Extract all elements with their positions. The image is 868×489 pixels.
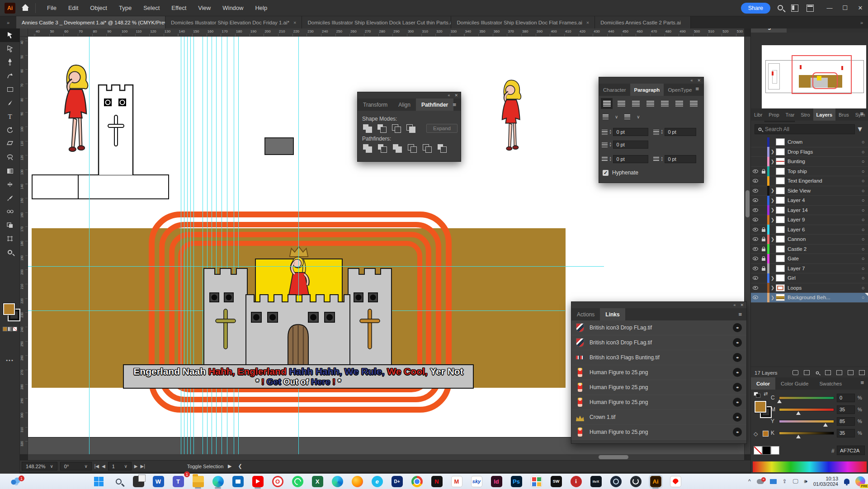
layer-name[interactable]: Castle 2: [788, 246, 858, 252]
layer-visibility-toggle[interactable]: [751, 237, 760, 241]
illustrator-logo-icon[interactable]: Ai: [5, 3, 15, 14]
taskbar-app-icon[interactable]: Ai: [646, 474, 665, 489]
rectangle-tool[interactable]: [0, 83, 20, 96]
color-spectrum-bar[interactable]: [753, 461, 867, 472]
black-swatch[interactable]: [762, 446, 771, 455]
platform-outline[interactable]: [32, 174, 169, 199]
layer-name[interactable]: Layer 9: [788, 217, 858, 222]
taskbar-app-icon[interactable]: [665, 474, 685, 489]
panel-menu-icon[interactable]: ≡: [453, 101, 460, 108]
panel-tab[interactable]: Stro: [797, 108, 813, 121]
layer-target-circle[interactable]: ○: [858, 159, 868, 164]
gradient-icon[interactable]: [8, 327, 12, 331]
none-icon[interactable]: [13, 327, 17, 331]
layer-expand-icon[interactable]: ❯: [769, 295, 776, 300]
panel-tab[interactable]: Color: [751, 377, 775, 390]
panel-tab[interactable]: Color Guide: [775, 377, 814, 390]
link-row[interactable]: British icon3 Flags Bunting.tif ⚭: [571, 350, 746, 365]
layer-row[interactable]: ❯ Background Beh... ○: [751, 293, 868, 303]
trim-icon[interactable]: [377, 144, 388, 153]
stepper[interactable]: ∧∨: [661, 130, 663, 134]
panel-tab[interactable]: Trar: [783, 108, 798, 121]
layer-thumbnail[interactable]: [776, 274, 785, 282]
navigator-preview[interactable]: [762, 45, 866, 109]
layer-visibility-toggle[interactable]: [751, 296, 760, 299]
panel-tab[interactable]: Align: [393, 99, 416, 111]
layers-search-input[interactable]: Search All: [755, 124, 855, 134]
tray-expand-icon[interactable]: ^: [748, 478, 751, 484]
release-mask-icon[interactable]: [804, 370, 810, 375]
layer-expand-icon[interactable]: ❯: [769, 207, 776, 212]
horizontal-ruler[interactable]: 4050607080901001101201301401501601701801…: [28, 28, 744, 37]
collapse-panel-icon[interactable]: «: [690, 78, 693, 83]
layer-target-circle[interactable]: ○: [858, 295, 868, 300]
panel-tab[interactable]: Prop: [765, 108, 782, 121]
pen-tool[interactable]: [0, 56, 20, 69]
status-expand-icon[interactable]: ▶: [228, 463, 231, 469]
guide-vertical[interactable]: [216, 37, 217, 454]
tab-close-icon[interactable]: ×: [586, 20, 589, 25]
merge-icon[interactable]: [392, 144, 403, 153]
next-artboard-icon[interactable]: ▶: [134, 464, 138, 469]
panel-tab[interactable]: Links: [600, 308, 625, 320]
prev-artboard-icon[interactable]: ◀: [102, 464, 105, 469]
chevron-down-icon[interactable]: ∨: [637, 114, 640, 119]
taskbar-app-icon[interactable]: N: [427, 474, 447, 489]
slider-thumb[interactable]: [796, 435, 801, 438]
layer-thumbnail[interactable]: [776, 235, 785, 243]
layer-lock-toggle[interactable]: [760, 169, 767, 174]
layer-expand-icon[interactable]: ❯: [769, 188, 776, 193]
girl-figure-left[interactable]: [54, 62, 98, 175]
layer-name[interactable]: Text Engerland: [788, 178, 858, 183]
layer-thumbnail[interactable]: [776, 265, 785, 272]
layer-row[interactable]: ❯ Layer 4 ○: [751, 196, 868, 206]
layer-visibility-toggle[interactable]: [751, 247, 760, 251]
layer-name[interactable]: Bunting: [788, 159, 858, 164]
blend-tool[interactable]: [0, 205, 20, 218]
toolbar-more-icon[interactable]: •••: [0, 357, 20, 363]
layer-row[interactable]: ❯ Layer 14 ○: [751, 206, 868, 216]
make-mask-icon[interactable]: [825, 370, 831, 375]
guide-vertical[interactable]: [193, 37, 194, 454]
window-maximize-button[interactable]: ☐: [837, 0, 853, 16]
taskbar-app-icon[interactable]: W: [148, 474, 168, 489]
layer-visibility-toggle[interactable]: [751, 286, 760, 290]
layer-row[interactable]: ❯ Bunting ○: [751, 157, 868, 167]
link-chain-icon[interactable]: ⚭: [733, 428, 742, 437]
selection-tool[interactable]: [0, 28, 20, 42]
justify-right-button[interactable]: [673, 98, 685, 109]
link-chain-icon[interactable]: ⚭: [733, 323, 742, 332]
taskbar-app-icon[interactable]: [288, 474, 307, 489]
white-swatch[interactable]: [771, 446, 779, 455]
layer-target-circle[interactable]: ○: [858, 236, 868, 242]
tab-overflow-icon[interactable]: »: [855, 16, 868, 28]
guide-vertical[interactable]: [298, 37, 299, 454]
channel-slider[interactable]: [779, 420, 834, 423]
layer-expand-icon[interactable]: ❯: [769, 276, 776, 281]
taskbar-app-icon[interactable]: [347, 474, 367, 489]
bullet-list-icon[interactable]: [603, 114, 609, 119]
space-before-input[interactable]: 0 pt: [613, 155, 648, 163]
layer-target-circle[interactable]: ○: [858, 256, 868, 261]
lasso-tool[interactable]: [0, 150, 20, 164]
engerland-text-banner[interactable]: Engerland Naah Hahh, Englerland Hahh Hah…: [123, 364, 474, 389]
layer-visibility-toggle[interactable]: [751, 198, 760, 202]
vertical-ruler[interactable]: 4050607080901001101201301401501601701801…: [20, 37, 28, 454]
eraser-tool[interactable]: [0, 137, 20, 150]
panel-tab[interactable]: Brus: [835, 108, 852, 121]
link-chain-icon[interactable]: ⚭: [733, 383, 742, 392]
network-icon[interactable]: 🖵: [793, 478, 798, 484]
link-row[interactable]: British icon3 Drop FLag.tif ⚭: [571, 320, 746, 335]
channel-value-input[interactable]: 0: [837, 394, 855, 402]
layer-visibility-toggle[interactable]: [751, 267, 760, 270]
stepper[interactable]: ∧∨: [661, 157, 663, 161]
width-tool[interactable]: [0, 178, 20, 191]
guide-vertical[interactable]: [187, 37, 188, 454]
taskbar-app-icon[interactable]: [128, 474, 148, 489]
filter-icon[interactable]: ▼: [856, 125, 863, 133]
outline-icon[interactable]: [422, 144, 433, 153]
taskbar-app-icon[interactable]: [228, 474, 248, 489]
channel-slider[interactable]: [779, 408, 834, 411]
taskbar-app-icon[interactable]: T 1: [168, 474, 188, 489]
chevron-down-icon[interactable]: ∨: [615, 114, 618, 119]
